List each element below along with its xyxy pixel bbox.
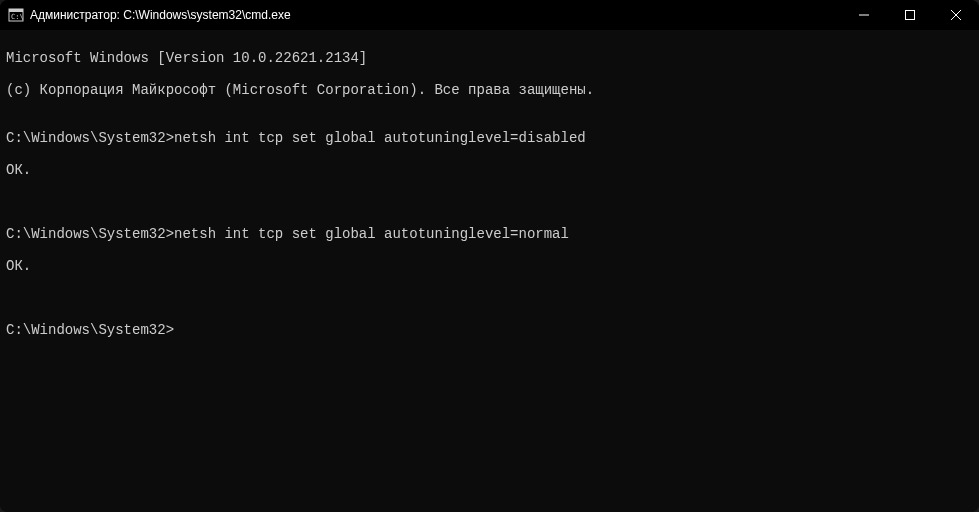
prompt: C:\Windows\System32> [6, 322, 174, 338]
minimize-button[interactable] [841, 0, 887, 30]
svg-rect-4 [906, 11, 915, 20]
command-text: netsh int tcp set global autotuninglevel… [174, 130, 586, 146]
titlebar[interactable]: C:\ Администратор: C:\Windows\system32\c… [0, 0, 979, 30]
copyright-line: (c) Корпорация Майкрософт (Microsoft Cor… [6, 82, 973, 98]
version-line: Microsoft Windows [Version 10.0.22621.21… [6, 50, 973, 66]
result-line: ОК. [6, 162, 973, 178]
window-controls [841, 0, 979, 30]
maximize-button[interactable] [887, 0, 933, 30]
command-line-1: C:\Windows\System32>netsh int tcp set gl… [6, 130, 973, 146]
terminal-output[interactable]: Microsoft Windows [Version 10.0.22621.21… [0, 30, 979, 512]
command-line-2: C:\Windows\System32>netsh int tcp set gl… [6, 226, 973, 242]
command-text: netsh int tcp set global autotuninglevel… [174, 226, 569, 242]
cmd-window: C:\ Администратор: C:\Windows\system32\c… [0, 0, 979, 512]
svg-rect-1 [9, 9, 23, 12]
close-button[interactable] [933, 0, 979, 30]
window-title: Администратор: C:\Windows\system32\cmd.e… [30, 8, 841, 22]
cmd-icon: C:\ [8, 7, 24, 23]
svg-text:C:\: C:\ [11, 13, 24, 21]
active-prompt-line: C:\Windows\System32> [6, 322, 973, 338]
prompt: C:\Windows\System32> [6, 226, 174, 242]
prompt: C:\Windows\System32> [6, 130, 174, 146]
result-line: ОК. [6, 258, 973, 274]
